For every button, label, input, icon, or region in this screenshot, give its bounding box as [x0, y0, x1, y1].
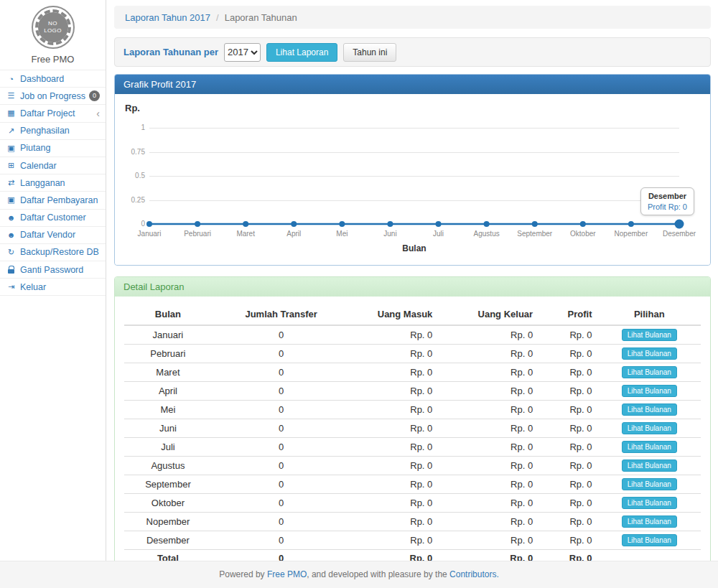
data-point-desember[interactable] — [675, 220, 684, 229]
cell-jumlah: 0 — [212, 494, 351, 513]
cell-jumlah: 0 — [212, 513, 351, 531]
page-footer: Powered by Free PMO, and developed with … — [0, 561, 718, 588]
view-monthly-button-april[interactable]: Lihat Bulanan — [622, 385, 677, 397]
x-tick-label-juni: Juni — [383, 230, 396, 238]
sidebar-item-label: Daftar Project — [20, 108, 75, 118]
brand-name: Free PMO — [0, 54, 106, 65]
sidebar-item-langganan[interactable]: ⇄Langganan — [0, 174, 106, 192]
cell-masuk: Rp. 0 — [350, 475, 438, 494]
view-monthly-button-januari[interactable]: Lihat Bulanan — [622, 329, 677, 341]
line-chart-icon: ↗ — [6, 126, 17, 136]
data-point-agustus[interactable] — [484, 221, 490, 227]
data-point-januari[interactable] — [146, 221, 152, 227]
view-report-button[interactable]: Lihat Laporan — [266, 43, 337, 62]
cell-bulan: April — [124, 382, 212, 401]
x-tick-label-nopember: Nopember — [615, 230, 648, 238]
cell-jumlah: 0 — [212, 475, 351, 494]
sidebar-item-backup-restore-db[interactable]: ↻Backup/Restore DB — [0, 244, 106, 261]
cell-jumlah: 0 — [212, 325, 351, 345]
total-keluar: Rp. 0 — [438, 550, 538, 562]
sidebar-item-ganti-password[interactable]: Ganti Password — [0, 261, 106, 279]
view-monthly-button-mei[interactable]: Lihat Bulanan — [622, 403, 677, 416]
sidebar-item-penghasilan[interactable]: ↗Penghasilan — [0, 123, 106, 140]
data-point-oktober[interactable] — [580, 221, 586, 227]
sidebar-item-daftar-customer[interactable]: ☻Daftar Customer — [0, 210, 106, 227]
data-point-pebruari[interactable] — [195, 221, 200, 227]
detail-panel-title: Detail Laporan — [115, 277, 710, 297]
cell-bulan: Maret — [124, 363, 212, 382]
total-bulan: Total — [124, 550, 212, 562]
cell-jumlah: 0 — [212, 363, 351, 382]
chart-tooltip: Desember Profit Rp: 0 — [640, 187, 694, 215]
refresh-icon: ↻ — [6, 248, 17, 257]
view-monthly-button-september[interactable]: Lihat Bulanan — [622, 478, 677, 490]
cell-profit: Rp. 0 — [538, 531, 597, 550]
view-monthly-button-oktober[interactable]: Lihat Bulanan — [622, 497, 677, 509]
cell-masuk: Rp. 0 — [350, 382, 438, 401]
view-monthly-button-desember[interactable]: Lihat Bulanan — [622, 534, 677, 546]
cell-jumlah: 0 — [212, 345, 351, 363]
sidebar-item-label: Piutang — [20, 143, 50, 153]
cell-masuk: Rp. 0 — [350, 457, 438, 475]
cell-masuk: Rp. 0 — [350, 438, 438, 457]
sidebar-item-daftar-vendor[interactable]: ☻Daftar Vendor — [0, 227, 106, 244]
view-monthly-button-nopember[interactable]: Lihat Bulanan — [622, 515, 677, 528]
tooltip-title: Desember — [648, 192, 687, 200]
data-point-juli[interactable] — [436, 221, 442, 227]
cell-bulan: Mei — [124, 401, 212, 419]
profit-chart: Rp. 10.750.50.250JanuariPebruariMaretApr… — [115, 94, 710, 265]
logo-text: NO LOGO — [42, 20, 64, 35]
table-header-row: BulanJumlah TransferUang MasukUang Kelua… — [124, 304, 701, 325]
view-monthly-button-maret[interactable]: Lihat Bulanan — [622, 366, 677, 378]
contributors-link[interactable]: Contributors. — [449, 569, 499, 579]
sidebar-item-dashboard[interactable]: ◔Dashboard — [0, 70, 106, 88]
cell-keluar: Rp. 0 — [438, 363, 538, 382]
data-point-juni[interactable] — [387, 221, 393, 227]
data-point-maret[interactable] — [243, 221, 248, 227]
dashboard-icon: ◔ — [6, 75, 17, 83]
cell-bulan: Juni — [124, 419, 212, 438]
y-tick-label: 0.5 — [121, 172, 145, 179]
sidebar-item-calendar[interactable]: ⊞Calendar — [0, 157, 106, 174]
sidebar-item-daftar-project[interactable]: ▦Daftar Project‹ — [0, 105, 106, 122]
cell-action: Lihat Bulanan — [598, 325, 701, 345]
sidebar-menu: ◔Dashboard☰Job on Progress0▦Daftar Proje… — [0, 70, 106, 296]
detail-table-wrap: BulanJumlah TransferUang MasukUang Kelua… — [115, 297, 710, 561]
cell-profit: Rp. 0 — [538, 401, 597, 419]
table-row-april: April0Rp. 0Rp. 0Rp. 0Lihat Bulanan — [124, 382, 701, 401]
view-monthly-button-pebruari[interactable]: Lihat Bulanan — [622, 347, 677, 360]
view-monthly-button-agustus[interactable]: Lihat Bulanan — [622, 459, 677, 472]
sidebar-item-label: Langganan — [20, 178, 65, 188]
sidebar-item-daftar-pembayaran[interactable]: ▣Daftar Pembayaran — [0, 192, 106, 209]
cell-action: Lihat Bulanan — [598, 438, 701, 457]
data-point-nopember[interactable] — [628, 221, 634, 227]
sidebar-item-label: Daftar Customer — [20, 213, 86, 223]
year-select[interactable]: 2017 — [224, 43, 261, 62]
count-badge: 0 — [89, 90, 100, 101]
table-row-maret: Maret0Rp. 0Rp. 0Rp. 0Lihat Bulanan — [124, 363, 701, 382]
x-tick-label-oktober: Oktober — [570, 230, 596, 238]
col-header-uang-keluar: Uang Keluar — [438, 304, 538, 325]
data-point-april[interactable] — [291, 221, 297, 227]
breadcrumb-link[interactable]: Laporan Tahun 2017 — [125, 12, 210, 23]
main-content: Laporan Tahun 2017 / Laporan Tahunan Lap… — [107, 0, 718, 561]
sidebar-item-label: Dashboard — [20, 74, 64, 84]
free-pmo-link[interactable]: Free PMO — [267, 569, 307, 579]
data-point-september[interactable] — [532, 221, 538, 227]
chart-plot: 10.750.50.250JanuariPebruariMaretAprilMe… — [149, 128, 679, 224]
cell-masuk: Rp. 0 — [350, 513, 438, 531]
sidebar-item-keluar[interactable]: ⇥Keluar — [0, 279, 106, 296]
cell-keluar: Rp. 0 — [438, 457, 538, 475]
view-monthly-button-juli[interactable]: Lihat Bulanan — [622, 441, 677, 453]
cell-jumlah: 0 — [212, 438, 351, 457]
view-monthly-button-juni[interactable]: Lihat Bulanan — [622, 422, 677, 434]
sidebar-item-job-on-progress[interactable]: ☰Job on Progress0 — [0, 88, 106, 105]
cell-jumlah: 0 — [212, 382, 351, 401]
sidebar-item-piutang[interactable]: ▣Piutang — [0, 140, 106, 157]
profit-line-series — [149, 128, 679, 224]
data-point-mei[interactable] — [339, 221, 345, 227]
this-year-button[interactable]: Tahun ini — [343, 43, 396, 62]
sidebar-item-label: Calendar — [20, 161, 57, 171]
x-tick-label-desember: Desember — [663, 230, 696, 238]
cell-profit: Rp. 0 — [538, 345, 597, 363]
